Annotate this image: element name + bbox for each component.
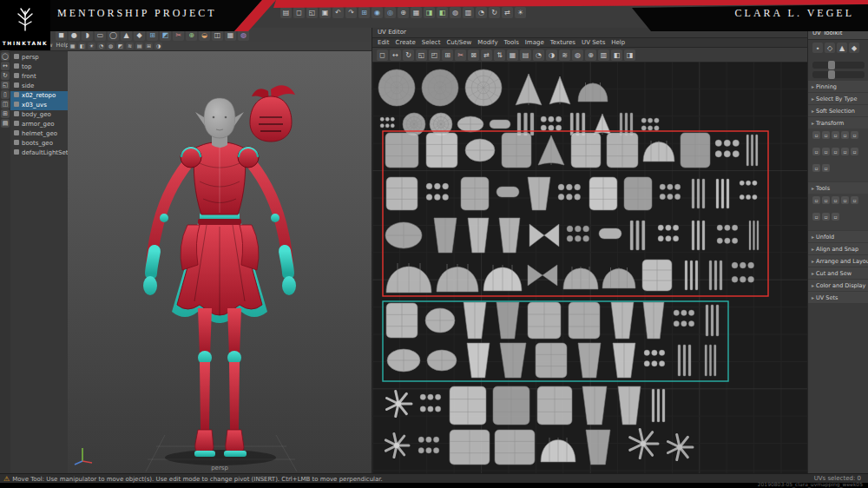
outliner-item[interactable]: armor_geo: [10, 120, 68, 129]
section-tool-icon[interactable]: ▫: [832, 131, 839, 139]
section-tool-icon[interactable]: ▫: [822, 164, 830, 172]
poly-cylinder-icon[interactable]: ◗: [82, 30, 93, 41]
section-tool-icon[interactable]: ▫: [822, 148, 830, 155]
section-tool-icon[interactable]: ▫: [832, 196, 839, 204]
section-tool-icon[interactable]: ▫: [812, 213, 820, 221]
toolkit-slider[interactable]: [812, 62, 865, 69]
uv-tile-icon[interactable]: ▥: [598, 49, 609, 61]
uv-border-icon[interactable]: ◨: [624, 49, 635, 61]
section-tool-icon[interactable]: ▫: [841, 148, 849, 155]
snap-view-icon[interactable]: ⊕: [398, 7, 409, 18]
toolkit-section-pinning[interactable]: ▸Pinning: [808, 81, 868, 92]
toolkit-slider[interactable]: [812, 71, 865, 78]
uv-flip-v-icon[interactable]: ⇅: [494, 49, 505, 61]
uv-shade-icon[interactable]: ◑: [546, 49, 557, 61]
uv-editor-tab[interactable]: UV Editor: [372, 28, 808, 38]
snap-grid-icon[interactable]: ⊞: [358, 7, 370, 18]
mirror-icon[interactable]: ◫: [212, 30, 223, 41]
construction-history-icon[interactable]: ▦: [411, 7, 422, 18]
uv-snapshot-icon[interactable]: ▦: [507, 49, 518, 61]
uv-menu-edit[interactable]: Edit: [378, 39, 390, 46]
face-mode-icon[interactable]: ▲: [837, 43, 847, 53]
layout-two-pane-icon[interactable]: ◫: [1, 100, 10, 109]
section-tool-icon[interactable]: ▫: [832, 148, 839, 155]
section-tool-icon[interactable]: ▫: [841, 131, 849, 139]
snap-curve-icon[interactable]: ◉: [372, 7, 383, 18]
slider-knob[interactable]: [828, 61, 835, 69]
wire-on-shaded-icon[interactable]: ≋: [126, 43, 134, 49]
uv-add-icon[interactable]: ⊕: [585, 49, 596, 61]
anim-prefs-icon[interactable]: ◔: [476, 7, 487, 18]
uv-checker-icon[interactable]: ◍: [572, 49, 583, 61]
merge-icon[interactable]: ⊕: [186, 30, 197, 41]
toolkit-section-color-and-display[interactable]: ▸Color and Display: [808, 280, 868, 291]
toolkit-section-arrange-and-layout[interactable]: ▸Arrange and Layout: [808, 255, 868, 267]
layout-four-pane-icon[interactable]: ⊞: [1, 109, 10, 118]
swap-icon[interactable]: ⇄: [502, 7, 513, 18]
shading-icon[interactable]: ◧: [78, 43, 86, 49]
uv-menu-select[interactable]: Select: [422, 39, 441, 46]
uv-menu-help[interactable]: Help: [611, 39, 625, 46]
outliner-item[interactable]: x02_retopo: [10, 91, 68, 101]
section-tool-icon[interactable]: ▫: [841, 196, 849, 204]
layout-outliner-icon[interactable]: ▤: [1, 119, 10, 128]
bevel-icon[interactable]: ◩: [160, 30, 171, 41]
outliner-item[interactable]: defaultLightSet: [10, 148, 68, 158]
toolkit-section-soft-selection[interactable]: ▸Soft Selection: [808, 105, 868, 116]
toolkit-section-cut-and-sew[interactable]: ▸Cut and Sew: [808, 267, 868, 279]
toolkit-section-tools[interactable]: ▸Tools: [808, 182, 868, 194]
uv-menu-cut-sew[interactable]: Cut/Sew: [446, 39, 471, 46]
extrude-icon[interactable]: ⊞: [147, 30, 158, 41]
layout-single-icon[interactable]: ▯: [1, 90, 10, 99]
uv-cut-icon[interactable]: ✂: [455, 49, 466, 61]
outliner-item[interactable]: persp: [10, 53, 68, 63]
xray-icon[interactable]: ◩: [116, 43, 124, 49]
section-tool-icon[interactable]: ▫: [822, 131, 830, 139]
uv-scale-icon[interactable]: ◱: [416, 49, 427, 61]
poly-cube-icon[interactable]: ◼: [56, 30, 67, 41]
section-tool-icon[interactable]: ▫: [812, 131, 820, 139]
redo-icon[interactable]: ↷: [345, 7, 357, 18]
refresh-icon[interactable]: ↻: [489, 7, 500, 18]
isolate-icon[interactable]: ▤: [135, 43, 143, 49]
ipr-render-icon[interactable]: ◧: [437, 7, 448, 18]
uv-menu-create[interactable]: Create: [396, 39, 416, 46]
multicut-icon[interactable]: ✂: [173, 30, 184, 41]
vertex-mode-icon[interactable]: ∙: [812, 43, 823, 53]
menu-icon[interactable]: ▤: [280, 7, 292, 18]
poly-plane-icon[interactable]: ▭: [95, 30, 106, 41]
uv-mode-icon[interactable]: ◆: [849, 43, 859, 53]
toolkit-section-transform[interactable]: ▸Transform: [808, 117, 868, 129]
uv-menu-uv-sets[interactable]: UV Sets: [582, 39, 605, 46]
save-scene-icon[interactable]: ▣: [319, 7, 331, 18]
outliner-item[interactable]: body_geo: [10, 110, 68, 120]
toolkit-section-align-and-snap[interactable]: ▸Align and Snap: [808, 243, 868, 254]
uv-menu-textures[interactable]: Textures: [550, 39, 575, 46]
lighting-icon[interactable]: ☀: [88, 43, 95, 49]
section-tool-icon[interactable]: ▫: [812, 196, 820, 204]
lasso-tool-icon[interactable]: ◯: [1, 52, 10, 61]
outliner-item[interactable]: side: [10, 82, 68, 91]
section-tool-icon[interactable]: ▫: [812, 164, 820, 172]
uv-move-icon[interactable]: ↔: [390, 49, 401, 61]
uv-layout-icon[interactable]: ▤: [520, 49, 531, 61]
uv-menu-image[interactable]: Image: [525, 39, 544, 46]
poly-sphere-icon[interactable]: ●: [69, 30, 80, 41]
edge-mode-icon[interactable]: ◇: [825, 43, 835, 53]
move-tool-icon[interactable]: ↔: [1, 62, 10, 70]
wireframe-icon[interactable]: ▦: [225, 30, 236, 41]
outliner-item[interactable]: helmet_geo: [10, 129, 68, 139]
section-tool-icon[interactable]: ▫: [851, 131, 858, 139]
scale-tool-icon[interactable]: ◱: [1, 81, 10, 89]
uv-sew-icon[interactable]: ⊠: [468, 49, 479, 61]
new-scene-icon[interactable]: ◻: [293, 7, 305, 18]
outliner-item[interactable]: top: [10, 63, 68, 72]
render-view-icon[interactable]: ◍: [107, 43, 115, 49]
undo-icon[interactable]: ↶: [332, 7, 344, 18]
section-tool-icon[interactable]: ▫: [832, 213, 839, 221]
uv-menu-modify[interactable]: Modify: [477, 39, 497, 46]
poly-pyramid-icon[interactable]: ◆: [134, 30, 145, 41]
outliner-item[interactable]: x03_uvs: [10, 101, 68, 110]
uv-rotate-icon[interactable]: ↻: [403, 49, 414, 61]
uv-grid-icon[interactable]: ⊞: [442, 49, 453, 61]
